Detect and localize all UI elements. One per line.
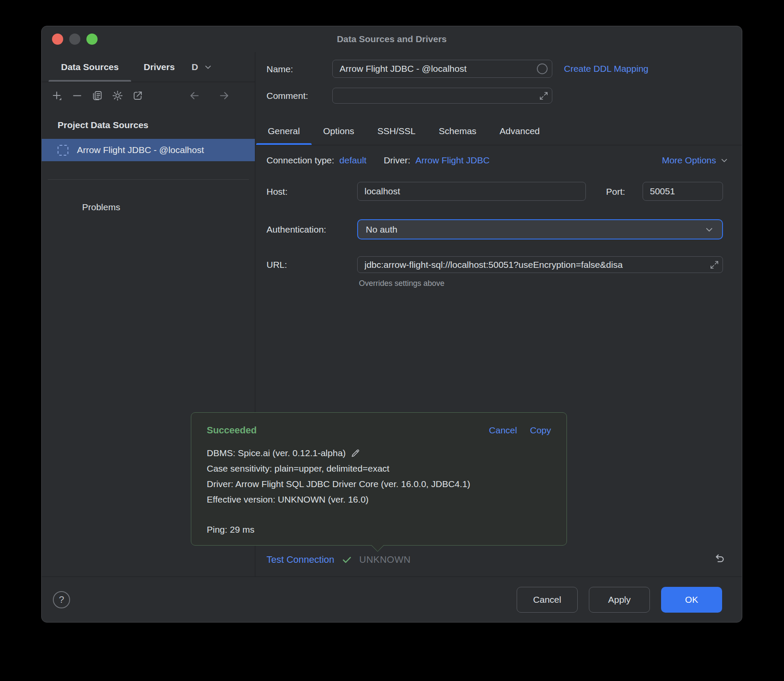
remove-data-source-icon[interactable]	[71, 90, 83, 101]
apply-button[interactable]: Apply	[589, 587, 650, 613]
popup-status: Succeeded	[207, 425, 257, 436]
name-label: Name:	[266, 64, 293, 74]
port-input[interactable]	[643, 182, 723, 201]
comment-field-wrap	[332, 88, 552, 104]
help-icon[interactable]: ?	[53, 591, 70, 608]
data-source-icon	[58, 145, 68, 156]
more-options-link[interactable]: More Options	[662, 155, 716, 166]
more-options-control[interactable]: More Options	[662, 155, 729, 166]
url-input[interactable]	[357, 256, 723, 273]
name-input[interactable]	[332, 60, 552, 78]
chevron-down-icon	[203, 62, 213, 72]
popup-cancel-link[interactable]: Cancel	[489, 425, 517, 436]
test-connection-popup: Succeeded Cancel Copy DBMS: Spice.ai (ve…	[191, 412, 567, 546]
close-window-button[interactable]	[52, 34, 63, 45]
test-connection-row: Test Connection UNKNOWN	[266, 554, 410, 565]
project-data-sources-header: Project Data Sources	[58, 120, 255, 130]
authentication-select[interactable]: No auth	[357, 219, 723, 239]
port-label: Port:	[606, 187, 625, 197]
popup-case-line: Case sensitivity: plain=upper, delimited…	[207, 461, 389, 476]
driver-label: Driver:	[384, 155, 410, 166]
sidebar-item-problems[interactable]: Problems	[82, 202, 255, 212]
tab-advanced[interactable]: Advanced	[488, 117, 551, 145]
tab-options[interactable]: Options	[312, 117, 366, 145]
tab-overflow[interactable]: D	[187, 52, 217, 82]
tab-data-sources[interactable]: Data Sources	[49, 52, 131, 82]
connection-type-row: Connection type: default Driver: Arrow F…	[266, 155, 490, 166]
minimize-window-button[interactable]	[69, 34, 80, 45]
authentication-value: No auth	[366, 224, 398, 235]
host-label: Host:	[266, 187, 288, 197]
tab-general[interactable]: General	[256, 117, 312, 145]
url-label: URL:	[266, 260, 287, 270]
comment-label: Comment:	[266, 91, 308, 101]
duplicate-icon[interactable]	[92, 90, 103, 101]
ok-button[interactable]: OK	[661, 587, 722, 613]
tab-drivers[interactable]: Drivers	[131, 52, 187, 82]
expand-editor-icon[interactable]	[539, 91, 549, 101]
popup-driver-line: Driver: Arrow Flight SQL JDBC Driver Cor…	[207, 476, 470, 492]
undo-icon[interactable]	[713, 553, 726, 566]
zoom-window-button[interactable]	[86, 34, 98, 45]
data-sources-dialog: Data Sources and Drivers Data Sources Dr…	[41, 26, 742, 623]
create-ddl-mapping-link[interactable]: Create DDL Mapping	[564, 64, 649, 74]
test-result-text: UNKNOWN	[359, 554, 411, 565]
sidebar-toolbar	[42, 82, 255, 109]
settings-tabs: General Options SSH/SSL Schemas Advanced	[256, 117, 551, 145]
test-connection-link[interactable]: Test Connection	[266, 554, 334, 565]
sidebar-tabs: Data Sources Drivers D	[42, 52, 255, 82]
forward-arrow-icon[interactable]	[218, 90, 230, 101]
open-in-new-icon[interactable]	[132, 90, 144, 101]
comment-input[interactable]	[332, 88, 552, 104]
dialog-footer: ? Cancel Apply OK	[42, 577, 742, 622]
popup-dbms-line: DBMS: Spice.ai (ver. 0.12.1-alpha)	[207, 445, 346, 461]
popup-copy-link[interactable]: Copy	[530, 425, 551, 436]
chevron-down-icon	[704, 224, 714, 235]
edit-pencil-icon[interactable]	[350, 448, 361, 459]
name-field-wrap	[332, 60, 552, 78]
success-check-icon	[341, 554, 352, 565]
authentication-label: Authentication:	[266, 224, 326, 235]
tabs-divider	[255, 145, 742, 145]
data-source-list-item[interactable]: Arrow Flight JDBC - @localhost	[42, 139, 255, 161]
tab-schemas[interactable]: Schemas	[427, 117, 488, 145]
back-arrow-icon[interactable]	[189, 90, 200, 101]
host-input[interactable]	[357, 182, 586, 201]
cancel-button[interactable]: Cancel	[517, 587, 578, 613]
url-field-wrap	[357, 256, 723, 273]
sidebar-divider	[48, 179, 249, 180]
spinner-ring-icon	[537, 64, 548, 74]
connection-type-value-link[interactable]: default	[340, 155, 367, 166]
traffic-lights	[52, 34, 98, 45]
expand-editor-icon[interactable]	[709, 260, 720, 270]
settings-gear-icon[interactable]	[112, 90, 123, 101]
driver-value-link[interactable]: Arrow Flight JDBC	[416, 155, 490, 166]
titlebar: Data Sources and Drivers	[42, 26, 742, 52]
chevron-down-icon	[720, 156, 729, 165]
url-hint: Overrides settings above	[359, 279, 444, 288]
add-data-source-icon[interactable]	[51, 90, 63, 101]
popup-ping-line: Ping: 29 ms	[207, 522, 551, 537]
tab-ssh-ssl[interactable]: SSH/SSL	[366, 117, 427, 145]
window-title: Data Sources and Drivers	[337, 34, 447, 44]
data-source-label: Arrow Flight JDBC - @localhost	[77, 145, 204, 155]
connection-type-label: Connection type:	[266, 155, 334, 166]
popup-version-line: Effective version: UNKNOWN (ver. 16.0)	[207, 492, 369, 507]
